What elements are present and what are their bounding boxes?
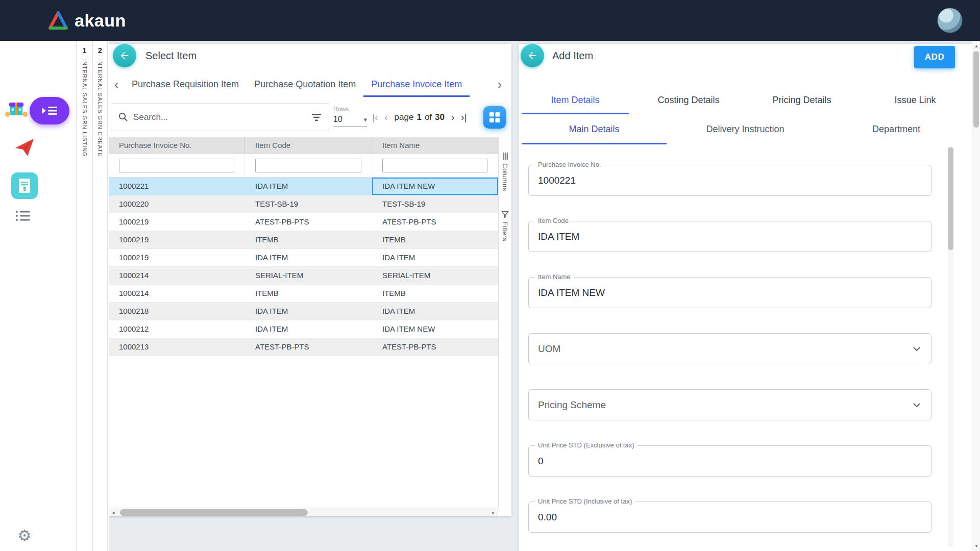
workspace-tab-internal-sales-grn-listing[interactable]: 1 INTERNAL SALES GRN LISTING — [76, 41, 92, 551]
cell-invoice-no[interactable]: 1000219 — [109, 213, 245, 231]
last-page-icon[interactable]: ›| — [461, 112, 467, 122]
next-page-icon[interactable]: › — [451, 112, 454, 122]
list-menu-icon[interactable] — [15, 210, 31, 223]
search-box[interactable] — [111, 103, 329, 131]
cell-item-code[interactable]: SERIAL-ITEM — [245, 267, 372, 284]
tab-item-details[interactable]: Item Details — [519, 86, 632, 114]
prev-page-icon[interactable]: ‹ — [384, 112, 387, 122]
cell-item-name[interactable]: SERIAL-ITEM — [372, 267, 498, 284]
field-uom-select[interactable]: UOM — [528, 333, 932, 364]
table-row[interactable]: 1000214 SERIAL-ITEM SERIAL-ITEM — [109, 267, 498, 285]
cell-item-name[interactable]: IDA ITEM NEW — [372, 178, 498, 195]
filter-input-item-name[interactable] — [382, 159, 487, 172]
cell-item-name[interactable]: ITEMB — [372, 231, 498, 248]
workspace-tab-internal-sales-grn-create[interactable]: 2 INTERNAL SALES GRN CREATE — [92, 41, 108, 551]
cell-item-name[interactable]: ATEST-PB-PTS — [372, 338, 498, 356]
cell-item-code[interactable]: ATEST-PB-PTS — [245, 338, 372, 356]
cell-invoice-no[interactable]: 1000220 — [109, 195, 245, 213]
field-item-name[interactable]: Item Name IDA ITEM NEW — [528, 277, 932, 308]
horizontal-scrollbar-thumb[interactable] — [120, 509, 308, 516]
cell-invoice-no[interactable]: 1000212 — [109, 320, 245, 338]
cell-invoice-no[interactable]: 1000213 — [109, 338, 245, 356]
scroll-up-icon[interactable]: ▲ — [972, 42, 980, 50]
window-scrollbar-thumb[interactable] — [973, 51, 979, 128]
table-row[interactable]: 1000219 IDA ITEM IDA ITEM — [109, 249, 498, 267]
grid-view-button[interactable] — [483, 106, 506, 129]
field-item-code[interactable]: Item Code IDA ITEM — [528, 221, 932, 252]
subtab-department[interactable]: Department — [821, 114, 972, 144]
column-header-purchase-invoice-no[interactable]: Purchase Invoice No. — [109, 137, 245, 154]
cell-item-code[interactable]: IDA ITEM — [245, 303, 372, 320]
tabs-scroll-right-icon[interactable]: › — [492, 78, 507, 92]
scroll-right-icon[interactable]: ► — [489, 508, 498, 517]
cell-item-code[interactable]: IDA ITEM — [245, 178, 372, 195]
settings-gear-icon[interactable]: ⚙ — [0, 527, 49, 544]
cell-invoice-no[interactable]: 1000219 — [109, 231, 245, 248]
add-button[interactable]: ADD — [914, 46, 955, 68]
tab-purchase-requisition-item[interactable]: Purchase Requisition Item — [124, 72, 247, 97]
tab-issue-link[interactable]: Issue Link — [859, 86, 972, 114]
mascot-gift-icon[interactable] — [4, 95, 29, 121]
tab-purchase-invoice-item[interactable]: Purchase Invoice Item — [363, 72, 470, 97]
tab-purchase-quotation-item[interactable]: Purchase Quotation Item — [247, 72, 363, 97]
scroll-left-icon[interactable]: ◄ — [109, 508, 118, 517]
cell-invoice-no[interactable]: 1000218 — [109, 303, 245, 320]
search-input[interactable] — [133, 112, 311, 122]
subtab-delivery-instruction[interactable]: Delivery Instruction — [670, 114, 821, 144]
red-app-icon[interactable] — [13, 136, 36, 160]
back-button[interactable] — [521, 44, 544, 67]
field-label: Item Name — [535, 273, 574, 281]
cell-item-code[interactable]: TEST-SB-19 — [245, 195, 372, 213]
columns-tool[interactable]: Columns — [501, 152, 509, 191]
cell-item-code[interactable]: ITEMB — [245, 231, 372, 248]
back-button[interactable] — [113, 44, 136, 67]
cell-item-code[interactable]: IDA ITEM — [245, 320, 372, 338]
table-row[interactable]: 1000212 IDA ITEM IDA ITEM NEW — [109, 320, 498, 338]
cell-item-name[interactable]: IDA ITEM NEW — [372, 320, 498, 338]
table-row[interactable]: 1000219 ATEST-PB-PTS ATEST-PB-PTS — [109, 213, 498, 231]
cell-item-code[interactable]: ITEMB — [245, 285, 372, 302]
rows-per-page-select[interactable]: Rows 10 ▾ — [333, 104, 369, 127]
filter-input-item-code[interactable] — [255, 159, 361, 172]
panel-scrollbar[interactable] — [948, 147, 953, 547]
table-row[interactable]: 1000220 TEST-SB-19 TEST-SB-19 — [109, 195, 498, 213]
cell-invoice-no[interactable]: 1000214 — [109, 285, 245, 302]
field-label: Unit Price STD (Inclusive of tax) — [535, 497, 635, 505]
field-unit-price-std-exclusive[interactable]: Unit Price STD (Exclusive of tax) 0 — [528, 445, 932, 477]
cell-item-name[interactable]: IDA ITEM — [372, 303, 498, 320]
cell-item-code[interactable]: ATEST-PB-PTS — [245, 213, 372, 231]
cell-invoice-no[interactable]: 1000221 — [109, 178, 245, 195]
column-header-item-name[interactable]: Item Name — [372, 137, 498, 154]
table-row[interactable]: 1000214 ITEMB ITEMB — [109, 285, 498, 303]
window-scrollbar[interactable]: ▲ ▼ — [972, 41, 980, 551]
column-header-item-code[interactable]: Item Code — [245, 137, 372, 154]
field-unit-price-std-inclusive[interactable]: Unit Price STD (Inclusive of tax) 0.00 — [528, 502, 932, 533]
cell-item-name[interactable]: ITEMB — [372, 285, 498, 302]
panel-scrollbar-thumb[interactable] — [948, 147, 953, 250]
ledger-app-icon[interactable]: $ — [11, 172, 38, 199]
cell-invoice-no[interactable]: 1000214 — [109, 267, 245, 284]
filters-tool[interactable]: Filters — [501, 211, 509, 241]
user-avatar[interactable] — [937, 8, 963, 33]
open-menu-button[interactable] — [30, 97, 69, 124]
table-row[interactable]: 1000218 IDA ITEM IDA ITEM — [109, 303, 498, 320]
cell-item-code[interactable]: IDA ITEM — [245, 249, 372, 266]
first-page-icon[interactable]: |‹ — [372, 112, 378, 122]
field-purchase-invoice-no[interactable]: Purchase Invoice No. 1000221 — [528, 165, 932, 196]
filter-list-icon[interactable] — [311, 113, 322, 121]
horizontal-scrollbar[interactable]: ◄ ► — [109, 508, 498, 516]
cell-invoice-no[interactable]: 1000219 — [109, 249, 245, 266]
filter-input-purchase-invoice-no[interactable] — [119, 159, 234, 172]
cell-item-name[interactable]: IDA ITEM — [372, 249, 498, 266]
tab-costing-details[interactable]: Costing Details — [632, 86, 745, 114]
tab-pricing-details[interactable]: Pricing Details — [745, 86, 859, 114]
subtab-main-details[interactable]: Main Details — [519, 114, 670, 144]
field-pricing-scheme-select[interactable]: Pricing Scheme — [528, 389, 932, 420]
cell-item-name[interactable]: TEST-SB-19 — [372, 195, 498, 213]
cell-item-name[interactable]: ATEST-PB-PTS — [372, 213, 498, 231]
table-row[interactable]: 1000219 ITEMB ITEMB — [109, 231, 498, 249]
tabs-scroll-left-icon[interactable]: ‹ — [109, 78, 124, 92]
table-row[interactable]: 1000213 ATEST-PB-PTS ATEST-PB-PTS — [109, 338, 498, 356]
scroll-down-icon[interactable]: ▼ — [972, 542, 980, 550]
table-row[interactable]: 1000221 IDA ITEM IDA ITEM NEW — [109, 178, 498, 195]
